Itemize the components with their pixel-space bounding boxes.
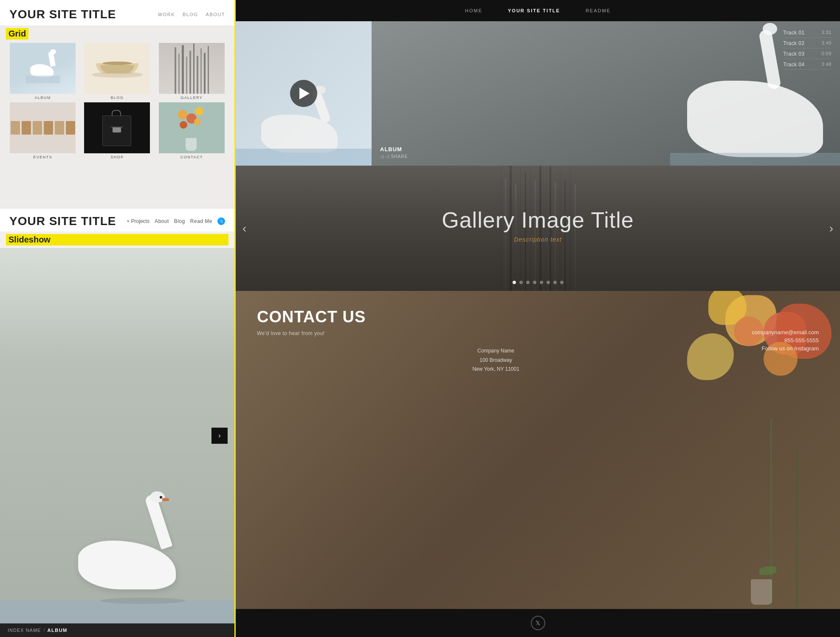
slideshow-label: Slideshow [6, 234, 228, 245]
share-button[interactable]: ◁ ◁ SHARE [380, 154, 408, 159]
gallery-title-overlay: Gallery Image Title Description text [442, 207, 634, 242]
track-item[interactable]: Track 02 3:49 [783, 39, 832, 48]
slideshow-next-button[interactable]: › [211, 428, 228, 444]
thumb-contact-item[interactable]: CONTACT [155, 102, 228, 161]
thumb-album-item[interactable]: ALBUM [6, 43, 79, 101]
thumb-blog-label: BLOG [110, 96, 124, 100]
contact-company-name: Company Name [257, 347, 735, 356]
album-info-title: ALBUM [380, 146, 408, 152]
gallery-main-title: Gallery Image Title [442, 207, 634, 232]
right-top-section: Track 01 3:31 Track 02 3:49 Track 03 0:0… [236, 21, 840, 166]
gallery-next-button[interactable]: › [829, 222, 833, 235]
track-04-time: 3:48 [822, 62, 832, 68]
tracks-list: Track 01 3:31 Track 02 3:49 Track 03 0:0… [783, 28, 832, 70]
track-item[interactable]: Track 04 3:48 [783, 60, 832, 70]
slideshow-content: › [0, 248, 234, 623]
track-03-time: 0:09 [822, 51, 832, 57]
grid-header: YOUR SITE TITLE WORK BLOG ABOUT [0, 0, 234, 25]
gallery-dot-6[interactable] [547, 281, 550, 284]
slideshow-site-title: YOUR SITE TITLE [9, 214, 116, 228]
grid-nav-work[interactable]: WORK [158, 12, 175, 17]
track-01-time: 3:31 [822, 30, 832, 36]
thumb-shop-item[interactable]: SHOP [80, 102, 154, 161]
grid-nav: WORK BLOG ABOUT [158, 12, 225, 17]
share-icon: ◁ [380, 154, 384, 159]
gallery-dot-2[interactable] [519, 281, 523, 284]
contact-left: CONTACT US We'd love to hear from you! C… [257, 308, 735, 374]
contact-phone: 855-555-5555 [752, 337, 819, 344]
slideshow-nav-readme[interactable]: Read Me [190, 218, 212, 224]
contact-city-line: New York, NY 11001 [257, 365, 735, 374]
thumb-shop-box [84, 102, 150, 153]
slideshow-footer: INDEX NAME / ALBUM [0, 623, 234, 637]
thumb-events-label: EVENTS [33, 155, 52, 159]
slideshow-nav-about[interactable]: About [155, 218, 169, 224]
right-footer: 𝕏 [236, 609, 840, 637]
album-player [236, 21, 372, 166]
thumb-shop-label: SHOP [110, 155, 124, 159]
gallery-prev-button[interactable]: ‹ [242, 222, 246, 235]
slideshow-nav-blog[interactable]: Blog [174, 218, 185, 224]
gallery-dot-5[interactable] [540, 281, 543, 284]
thumb-events-box [10, 102, 76, 153]
slideshow-section: YOUR SITE TITLE + Projects About Blog Re… [0, 208, 234, 637]
twitter-symbol: 𝕏 [536, 620, 540, 626]
slideshow-twitter-icon[interactable]: 𝕏 [217, 217, 225, 225]
share-label: ◁ SHARE [386, 154, 408, 159]
contact-subtitle: We'd love to hear from you! [257, 330, 735, 336]
gallery-dot-1[interactable] [513, 281, 516, 284]
grid-nav-blog[interactable]: BLOG [183, 12, 198, 17]
right-panel: Stacked HOME YOUR SITE TITLE README [236, 0, 840, 637]
thumb-events-item[interactable]: EVENTS [6, 102, 79, 161]
tracks-bg [372, 21, 840, 166]
play-icon [299, 87, 310, 99]
gallery-description: Description text [442, 236, 634, 242]
right-header: HOME YOUR SITE TITLE README [236, 0, 840, 21]
contact-title: CONTACT US [257, 308, 735, 326]
thumb-gallery-item[interactable]: GALLERY [155, 43, 228, 101]
gallery-dot-3[interactable] [526, 281, 530, 284]
gallery-dot-8[interactable] [560, 281, 564, 284]
play-button[interactable] [290, 80, 317, 107]
thumb-blog-item[interactable]: BLOG [80, 43, 154, 101]
slideshow-header: YOUR SITE TITLE + Projects About Blog Re… [0, 208, 234, 231]
track-03-name: Track 03 [783, 51, 804, 57]
footer-album-text: ALBUM [48, 628, 68, 633]
track-item[interactable]: Track 03 0:09 [783, 49, 832, 59]
slideshow-nav: + Projects About Blog Read Me 𝕏 [127, 217, 225, 225]
thumb-album-label: ALBUM [34, 96, 51, 100]
gallery-dots [513, 281, 564, 284]
grid-section: YOUR SITE TITLE WORK BLOG ABOUT Grid [0, 0, 234, 208]
contact-right: companyname@email.com 855-555-5555 Follo… [752, 329, 819, 352]
track-01-name: Track 01 [783, 30, 804, 36]
contact-instagram[interactable]: Follow us on Instagram [752, 345, 819, 352]
grid-label: Grid [6, 28, 28, 39]
right-nav-readme[interactable]: README [586, 8, 611, 13]
slideshow-nav-projects[interactable]: + Projects [127, 218, 149, 224]
twitter-footer-icon[interactable]: 𝕏 [531, 616, 545, 630]
grid-site-title: YOUR SITE TITLE [9, 8, 116, 21]
grid-thumbnails: ALBUM BLOG [0, 42, 234, 161]
contact-section: CONTACT US We'd love to hear from you! C… [236, 291, 840, 609]
gallery-section: Gallery Image Title Description text ‹ › [236, 166, 840, 291]
next-arrow-icon: › [218, 432, 220, 440]
right-nav-title[interactable]: YOUR SITE TITLE [508, 8, 560, 13]
gallery-dot-7[interactable] [553, 281, 557, 284]
thumb-blog-box [84, 43, 150, 94]
contact-address: Company Name 100 Broadway New York, NY 1… [257, 347, 735, 374]
left-panel: YOUR SITE TITLE WORK BLOG ABOUT Grid [0, 0, 236, 637]
track-02-name: Track 02 [783, 40, 804, 46]
thumb-contact-label: CONTACT [180, 155, 203, 159]
thumb-gallery-label: GALLERY [180, 96, 203, 100]
gallery-dot-4[interactable] [533, 281, 536, 284]
track-02-time: 3:49 [822, 40, 832, 46]
grid-nav-about[interactable]: ABOUT [206, 12, 225, 17]
footer-index-text: INDEX NAME [8, 628, 41, 633]
thumb-contact-box [159, 102, 225, 153]
contact-email: companyname@email.com [752, 329, 819, 335]
slideshow-bg: › [0, 248, 234, 623]
thumb-gallery-box [159, 43, 225, 94]
track-item[interactable]: Track 01 3:31 [783, 28, 832, 38]
tracks-section: Track 01 3:31 Track 02 3:49 Track 03 0:0… [372, 21, 840, 166]
right-nav-home[interactable]: HOME [465, 8, 482, 13]
